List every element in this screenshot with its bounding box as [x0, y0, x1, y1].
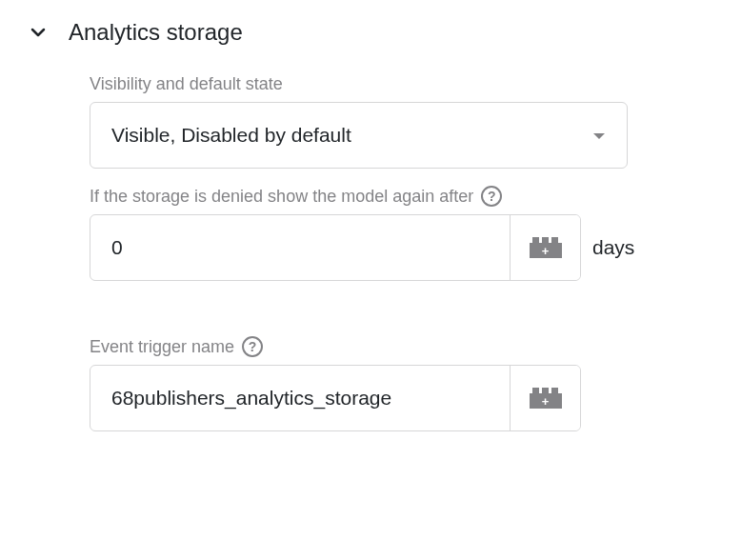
- visibility-label: Visibility and default state: [90, 74, 722, 94]
- days-unit: days: [592, 236, 634, 259]
- section-title: Analytics storage: [69, 19, 243, 46]
- brick-plus-icon: +: [530, 237, 562, 258]
- help-icon[interactable]: ?: [481, 186, 502, 207]
- visibility-select[interactable]: Visible, Disabled by default: [90, 102, 628, 169]
- event-trigger-input[interactable]: [90, 366, 510, 430]
- denied-label: If the storage is denied show the model …: [90, 187, 473, 207]
- collapse-toggle[interactable]: [27, 21, 50, 44]
- variable-picker-button[interactable]: +: [510, 366, 580, 430]
- caret-down-icon: [592, 127, 606, 144]
- chevron-down-icon: [30, 24, 47, 41]
- brick-plus-icon: +: [530, 388, 562, 409]
- help-icon[interactable]: ?: [242, 336, 263, 357]
- event-trigger-label: Event trigger name: [90, 337, 234, 357]
- visibility-value: Visible, Disabled by default: [111, 124, 351, 147]
- denied-days-input[interactable]: [90, 215, 510, 280]
- variable-picker-button[interactable]: +: [510, 215, 580, 280]
